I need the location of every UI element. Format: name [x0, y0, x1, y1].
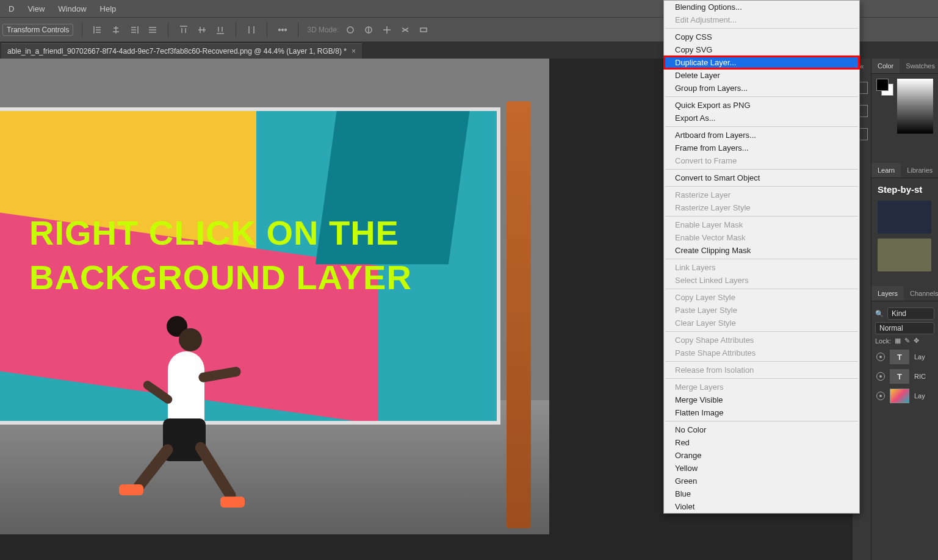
more-options-icon[interactable] — [276, 23, 289, 37]
visibility-toggle-icon[interactable] — [876, 372, 885, 381]
layer-kind-filter[interactable]: Kind — [887, 307, 934, 320]
3d-roll-icon[interactable] — [362, 23, 375, 37]
svg-rect-5 — [420, 28, 427, 32]
svg-point-0 — [279, 29, 281, 31]
layer-context-menu: Blending Options...Edit Adjustment...Cop… — [663, 0, 860, 514]
menu-item-quick-export-as-png[interactable]: Quick Export as PNG — [664, 99, 859, 112]
align-left-icon[interactable] — [91, 23, 104, 37]
3d-orbit-icon[interactable] — [344, 23, 357, 37]
align-center-v-icon[interactable] — [195, 23, 209, 37]
menu-view[interactable]: View — [21, 2, 51, 16]
menu-item-export-as[interactable]: Export As... — [664, 112, 859, 124]
menu-help[interactable]: Help — [94, 2, 123, 16]
menu-item-artboard-from-layers[interactable]: Artboard from Layers... — [664, 129, 859, 142]
tab-channels[interactable]: Channels — [904, 286, 938, 301]
layer-name: RIC — [914, 373, 926, 380]
svg-point-2 — [285, 29, 287, 31]
menu-item-clear-layer-style: Clear Layer Style — [664, 317, 859, 329]
layer-name: Lay — [914, 392, 925, 400]
align-top-icon[interactable] — [177, 23, 190, 37]
layer-thumbnail — [890, 389, 909, 403]
menu-item-frame-from-layers[interactable]: Frame from Layers... — [664, 142, 859, 154]
canvas[interactable]: RIGHT CLICK ON THE BACKGROUND LAYER — [0, 59, 549, 534]
menu-item-rasterize-layer: Rasterize Layer — [664, 188, 859, 201]
menu-item-link-layers: Link Layers — [664, 261, 859, 274]
3d-scale-icon[interactable] — [417, 23, 430, 37]
layer-row[interactable]: TRIC — [875, 367, 934, 386]
menu-item-red[interactable]: Red — [664, 436, 859, 449]
menu-item-flatten-image[interactable]: Flatten Image — [664, 406, 859, 419]
menu-item-blue[interactable]: Blue — [664, 487, 859, 500]
learn-heading: Step-by-st — [878, 184, 932, 195]
menu-item-green[interactable]: Green — [664, 475, 859, 487]
menu-item-paste-layer-style: Paste Layer Style — [664, 304, 859, 317]
color-gradient-picker[interactable] — [897, 79, 933, 134]
menu-item-edit-adjustment: Edit Adjustment... — [664, 13, 859, 26]
tab-layers[interactable]: Layers — [871, 286, 904, 301]
collapse-panels-icon[interactable]: « — [860, 62, 864, 71]
3d-slide-icon[interactable] — [399, 23, 412, 37]
menu-item-blending-options[interactable]: Blending Options... — [664, 1, 859, 13]
canvas-overlay-text: RIGHT CLICK ON THE BACKGROUND LAYER — [29, 211, 412, 300]
layer-row[interactable]: Lay — [875, 386, 934, 406]
menu-item-duplicate-layer[interactable]: Duplicate Layer... — [664, 56, 859, 69]
document-tab[interactable]: able_in_a_friendl_90702667-8f74-4add-9ec… — [1, 43, 362, 59]
menu-item-no-color[interactable]: No Color — [664, 423, 859, 436]
visibility-toggle-icon[interactable] — [876, 353, 885, 361]
menu-d[interactable]: D — [2, 2, 20, 16]
tab-libraries[interactable]: Libraries — [901, 163, 938, 178]
learn-thumb-1[interactable] — [878, 201, 931, 234]
svg-point-1 — [282, 29, 284, 31]
right-panels: Color Swatches Learn Libraries Step-by-s… — [871, 59, 938, 560]
menu-item-rasterize-layer-style: Rasterize Layer Style — [664, 201, 859, 214]
3d-pan-icon[interactable] — [380, 23, 394, 37]
transform-controls-toggle[interactable]: Transform Controls — [2, 24, 73, 36]
menu-item-enable-vector-mask: Enable Vector Mask — [664, 231, 859, 244]
lock-brush-icon[interactable]: ✎ — [904, 337, 910, 345]
align-justify-icon[interactable] — [146, 23, 159, 37]
menu-item-copy-css[interactable]: Copy CSS — [664, 31, 859, 43]
layer-name: Lay — [914, 353, 925, 361]
menu-item-convert-to-smart-object[interactable]: Convert to Smart Object — [664, 171, 859, 184]
close-icon[interactable]: × — [352, 47, 356, 56]
menu-item-orange[interactable]: Orange — [664, 449, 859, 462]
align-bottom-icon[interactable] — [214, 23, 227, 37]
text-layer-icon: T — [890, 369, 909, 384]
menu-item-violet[interactable]: Violet — [664, 500, 859, 513]
canvas-runner — [101, 315, 247, 510]
menu-item-copy-layer-style: Copy Layer Style — [664, 291, 859, 304]
lock-transparency-icon[interactable]: ▦ — [895, 337, 901, 345]
menu-item-yellow[interactable]: Yellow — [664, 462, 859, 475]
menu-item-merge-layers: Merge Layers — [664, 381, 859, 393]
menu-item-create-clipping-mask[interactable]: Create Clipping Mask — [664, 244, 859, 257]
distribute-icon[interactable] — [245, 23, 258, 37]
fg-bg-swatches[interactable] — [876, 79, 893, 96]
menu-item-convert-to-frame: Convert to Frame — [664, 154, 859, 167]
tab-swatches[interactable]: Swatches — [900, 59, 938, 73]
menu-item-release-from-isolation: Release from Isolation — [664, 364, 859, 376]
lock-position-icon[interactable]: ✥ — [914, 337, 919, 345]
menu-item-group-from-layers[interactable]: Group from Layers... — [664, 82, 859, 95]
text-layer-icon: T — [890, 350, 909, 364]
blend-mode-select[interactable]: Normal — [875, 322, 934, 334]
canvas-pole — [507, 101, 531, 528]
3d-mode-label: 3D Mode: — [307, 26, 339, 34]
document-tab-title: able_in_a_friendl_90702667-8f74-4add-9ec… — [7, 47, 347, 56]
menu-item-copy-svg[interactable]: Copy SVG — [664, 43, 859, 56]
align-center-h-icon[interactable] — [109, 23, 123, 37]
lock-label: Lock: — [875, 337, 891, 345]
layer-row[interactable]: TLay — [875, 347, 934, 367]
menu-item-delete-layer[interactable]: Delete Layer — [664, 69, 859, 82]
menu-item-merge-visible[interactable]: Merge Visible — [664, 393, 859, 406]
tab-learn[interactable]: Learn — [871, 163, 901, 178]
menu-item-paste-shape-attributes: Paste Shape Attributes — [664, 346, 859, 359]
tab-color[interactable]: Color — [871, 59, 900, 73]
learn-thumb-2[interactable] — [878, 239, 931, 271]
menu-item-copy-shape-attributes: Copy Shape Attributes — [664, 334, 859, 346]
menu-item-select-linked-layers: Select Linked Layers — [664, 274, 859, 287]
menu-window[interactable]: Window — [52, 2, 92, 16]
align-right-icon[interactable] — [128, 23, 141, 37]
svg-point-3 — [347, 27, 353, 33]
visibility-toggle-icon[interactable] — [876, 392, 885, 400]
menu-item-enable-layer-mask: Enable Layer Mask — [664, 218, 859, 231]
